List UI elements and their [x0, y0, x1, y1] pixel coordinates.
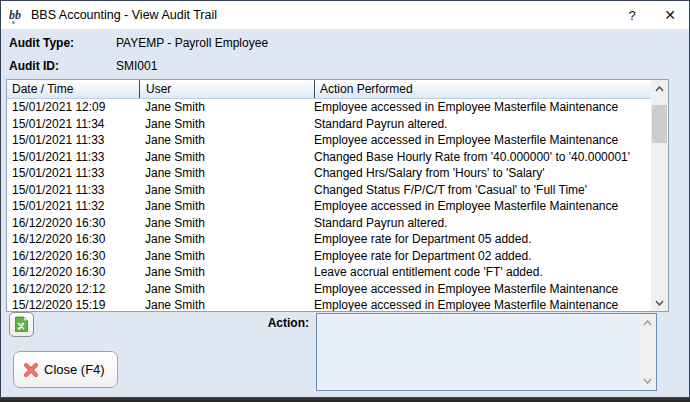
- cell-user: Jane Smith: [139, 116, 314, 133]
- cell-action-performed: Standard Payrun altered.: [314, 215, 651, 232]
- cell-user: Jane Smith: [139, 182, 314, 199]
- cell-date-time: 15/12/2020 15:19: [7, 297, 139, 311]
- cell-date-time: 15/01/2021 11:33: [7, 132, 139, 149]
- cell-date-time: 15/01/2021 11:34: [7, 116, 139, 133]
- table-row[interactable]: 15/01/2021 11:33 Jane Smith Changed Stat…: [7, 182, 651, 199]
- scroll-up-arrow-icon[interactable]: [651, 80, 668, 97]
- column-header-action-performed[interactable]: Action Performed: [314, 80, 651, 98]
- cell-date-time: 16/12/2020 16:30: [7, 215, 139, 232]
- table-row[interactable]: 16/12/2020 12:12 Jane Smith Employee acc…: [7, 281, 651, 298]
- action-textbox-wrapper: [316, 313, 657, 391]
- action-scroll-down-icon[interactable]: [639, 373, 656, 389]
- table-row[interactable]: 16/12/2020 16:30 Jane Smith Leave accrua…: [7, 264, 651, 281]
- svg-text:bb: bb: [9, 8, 21, 22]
- table-row[interactable]: 16/12/2020 16:30 Jane Smith Standard Pay…: [7, 215, 651, 232]
- close-f4-button[interactable]: Close (F4): [13, 351, 118, 388]
- audit-id-label: Audit ID:: [9, 59, 59, 73]
- red-x-icon: [23, 362, 39, 378]
- cell-action-performed: Employee rate for Department 05 added.: [314, 231, 651, 248]
- cell-action-performed: Changed Status F/P/C/T from 'Casual' to …: [314, 182, 651, 199]
- view-audit-trail-dialog: bb s BBS Accounting - View Audit Trail ?…: [0, 0, 690, 398]
- excel-export-icon: [14, 316, 29, 333]
- titlebar-buttons: ? ✕: [613, 1, 689, 29]
- table-row[interactable]: 15/01/2021 11:32 Jane Smith Employee acc…: [7, 198, 651, 215]
- export-to-excel-button[interactable]: [9, 312, 34, 337]
- window-title: BBS Accounting - View Audit Trail: [31, 8, 217, 22]
- table-row[interactable]: 16/12/2020 16:30 Jane Smith Employee rat…: [7, 231, 651, 248]
- cell-date-time: 15/01/2021 11:33: [7, 149, 139, 166]
- action-scroll-up-icon[interactable]: [639, 315, 656, 331]
- audit-table-rows: 15/01/2021 12:09 Jane Smith Employee acc…: [7, 99, 651, 311]
- cell-date-time: 15/01/2021 11:33: [7, 165, 139, 182]
- app-icon: bb s: [8, 7, 25, 24]
- table-header: Date / Time User Action Performed: [7, 80, 651, 99]
- cell-action-performed: Employee accessed in Employee Masterfile…: [314, 99, 651, 116]
- background-app-strip: [0, 398, 690, 402]
- table-row[interactable]: 16/12/2020 16:30 Jane Smith Employee rat…: [7, 248, 651, 265]
- cell-user: Jane Smith: [139, 264, 314, 281]
- action-label: Action:: [231, 316, 309, 330]
- audit-type-label: Audit Type:: [9, 36, 74, 50]
- cell-user: Jane Smith: [139, 231, 314, 248]
- column-header-date-time[interactable]: Date / Time: [7, 80, 139, 98]
- cell-action-performed: Employee accessed in Employee Masterfile…: [314, 198, 651, 215]
- audit-trail-table: Date / Time User Action Performed 15/01/…: [6, 79, 669, 312]
- cell-user: Jane Smith: [139, 297, 314, 311]
- table-vertical-scrollbar[interactable]: [651, 80, 668, 311]
- cell-action-performed: Employee accessed in Employee Masterfile…: [314, 281, 651, 298]
- cell-date-time: 15/01/2021 12:09: [7, 99, 139, 116]
- cell-date-time: 16/12/2020 12:12: [7, 281, 139, 298]
- cell-date-time: 15/01/2021 11:32: [7, 198, 139, 215]
- scrollbar-thumb[interactable]: [652, 105, 667, 143]
- cell-action-performed: Changed Hrs/Salary from 'Hours' to 'Sala…: [314, 165, 651, 182]
- close-button-label: Close (F4): [44, 362, 105, 377]
- cell-user: Jane Smith: [139, 281, 314, 298]
- cell-action-performed: Leave accrual entitlement code 'FT' adde…: [314, 264, 651, 281]
- table-row[interactable]: 15/01/2021 11:34 Jane Smith Standard Pay…: [7, 116, 651, 133]
- window-close-button[interactable]: ✕: [651, 1, 689, 29]
- table-row[interactable]: 15/01/2021 12:09 Jane Smith Employee acc…: [7, 99, 651, 116]
- cell-action-performed: Employee accessed in Employee Masterfile…: [314, 132, 651, 149]
- cell-user: Jane Smith: [139, 99, 314, 116]
- cell-date-time: 16/12/2020 16:30: [7, 264, 139, 281]
- cell-user: Jane Smith: [139, 215, 314, 232]
- table-row[interactable]: 15/01/2021 11:33 Jane Smith Changed Base…: [7, 149, 651, 166]
- cell-date-time: 16/12/2020 16:30: [7, 248, 139, 265]
- table-main: Date / Time User Action Performed 15/01/…: [7, 80, 651, 311]
- cell-user: Jane Smith: [139, 149, 314, 166]
- cell-user: Jane Smith: [139, 248, 314, 265]
- action-textbox[interactable]: [317, 314, 639, 390]
- table-row[interactable]: 15/01/2021 11:33 Jane Smith Employee acc…: [7, 132, 651, 149]
- column-header-user[interactable]: User: [139, 80, 314, 98]
- cell-user: Jane Smith: [139, 198, 314, 215]
- cell-user: Jane Smith: [139, 165, 314, 182]
- cell-action-performed: Employee rate for Department 02 added.: [314, 248, 651, 265]
- help-button[interactable]: ?: [613, 1, 651, 29]
- cell-user: Jane Smith: [139, 132, 314, 149]
- cell-date-time: 15/01/2021 11:33: [7, 182, 139, 199]
- title-bar: bb s BBS Accounting - View Audit Trail ?…: [1, 1, 689, 29]
- cell-action-performed: Changed Base Hourly Rate from '40.000000…: [314, 149, 651, 166]
- action-scrollbar[interactable]: [639, 314, 656, 390]
- table-row[interactable]: 15/01/2021 11:33 Jane Smith Changed Hrs/…: [7, 165, 651, 182]
- svg-text:s: s: [12, 17, 15, 24]
- screen: bb s BBS Accounting - View Audit Trail ?…: [0, 0, 690, 402]
- cell-action-performed: Employee accessed in Employee Masterfile…: [314, 297, 651, 311]
- cell-date-time: 16/12/2020 16:30: [7, 231, 139, 248]
- table-row[interactable]: 15/12/2020 15:19 Jane Smith Employee acc…: [7, 297, 651, 311]
- scroll-down-arrow-icon[interactable]: [651, 294, 668, 311]
- audit-id-value: SMI001: [116, 59, 157, 73]
- audit-type-value: PAYEMP - Payroll Employee: [116, 36, 268, 50]
- cell-action-performed: Standard Payrun altered.: [314, 116, 651, 133]
